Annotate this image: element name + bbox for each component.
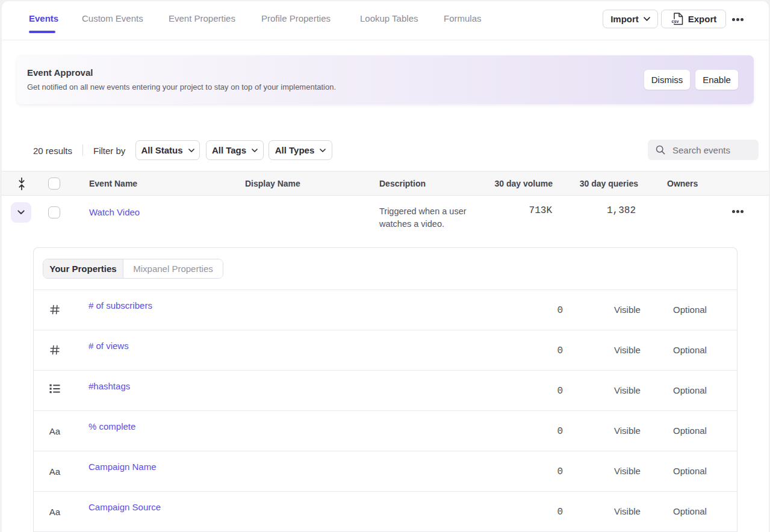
svg-text:csv: csv [671,19,678,23]
